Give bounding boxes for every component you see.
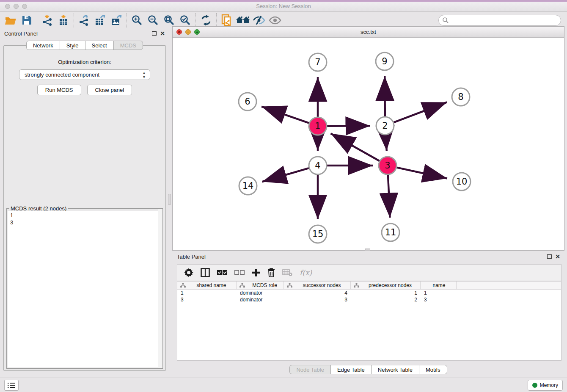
graph-node-1[interactable]: 1	[309, 117, 327, 135]
toggle-columns-button[interactable]	[201, 267, 210, 278]
zoom-out-button[interactable]	[145, 13, 161, 28]
table-row[interactable]: 3dominator323	[177, 296, 561, 303]
function-builder-button[interactable]: f(x)	[300, 267, 312, 278]
gear-icon	[184, 268, 193, 277]
table-cell[interactable]: dominator	[237, 296, 284, 303]
show-all-button[interactable]	[267, 13, 283, 28]
table-cell[interactable]: 2	[351, 296, 421, 303]
float-panel-icon[interactable]	[152, 31, 157, 36]
edge-3-1[interactable]	[330, 133, 379, 161]
zoom-selected-button[interactable]	[177, 13, 193, 28]
result-scrollbar[interactable]	[158, 209, 162, 368]
graph-node-11[interactable]: 11	[382, 224, 399, 241]
column-header-shared-name[interactable]: shared name	[177, 282, 237, 289]
zoom-fit-button[interactable]	[161, 13, 177, 28]
add-column-button[interactable]	[252, 267, 260, 278]
table-row[interactable]: 1dominator411	[177, 290, 561, 296]
column-header-MCDS-role[interactable]: MCDS role	[237, 282, 284, 289]
delete-columns-button[interactable]	[282, 267, 292, 278]
canvas-splitter-handle[interactable]	[365, 248, 370, 251]
delete-rows-button[interactable]	[267, 267, 275, 278]
graph-node-4[interactable]: 4	[309, 157, 327, 174]
column-label: shared name	[188, 282, 234, 288]
tab-network-table[interactable]: Network Table	[371, 365, 419, 374]
duplicate-network-button[interactable]	[219, 13, 235, 28]
refresh-icon	[200, 14, 212, 26]
zoom-in-button[interactable]	[129, 13, 145, 28]
export-table-button[interactable]	[92, 13, 108, 28]
sort-tree-icon	[287, 283, 292, 288]
float-table-panel-icon[interactable]	[547, 254, 552, 259]
save-session-button[interactable]	[19, 13, 35, 28]
memory-button[interactable]: Memory	[528, 380, 563, 391]
import-table-button[interactable]	[55, 13, 72, 28]
optimization-criterion-select[interactable]: strongly connected component ▲▼	[19, 69, 150, 80]
column-header-predecessor-nodes[interactable]: predecessor nodes	[351, 282, 421, 289]
node-label: 4	[315, 160, 320, 171]
close-panel-button[interactable]: Close panel	[87, 85, 132, 95]
column-header-name[interactable]: name	[421, 282, 457, 289]
graph-node-2[interactable]: 2	[376, 117, 394, 135]
edge-1-6[interactable]	[261, 107, 309, 123]
search-input[interactable]	[438, 15, 561, 26]
edge-3-11[interactable]	[388, 175, 390, 218]
mcds-result-list[interactable]: 13	[8, 211, 162, 367]
tab-style[interactable]: Style	[60, 41, 85, 50]
edge-2-9[interactable]	[385, 76, 385, 116]
edge-1-2[interactable]	[327, 126, 370, 126]
graph-node-8[interactable]: 8	[452, 88, 470, 106]
graph-node-7[interactable]: 7	[309, 53, 327, 71]
tab-edge-table[interactable]: Edge Table	[330, 365, 372, 374]
table-cell[interactable]: 3	[284, 296, 351, 303]
network-window-titlebar[interactable]: ✕ − ＋ scc.txt	[173, 27, 564, 38]
table-cell[interactable]: 1	[351, 290, 421, 296]
table-settings-button[interactable]	[184, 267, 193, 278]
tab-mcds[interactable]: MCDS	[113, 41, 143, 50]
edge-4-14[interactable]	[262, 168, 309, 182]
toolbar-separator	[37, 13, 37, 28]
table-cell[interactable]: 1	[177, 290, 237, 296]
edge-3-10[interactable]	[396, 168, 447, 179]
export-network-button[interactable]	[76, 13, 92, 28]
table-cell[interactable]: 1	[421, 290, 457, 296]
tab-motifs[interactable]: Motifs	[419, 365, 447, 374]
tab-network[interactable]: Network	[26, 41, 60, 50]
run-mcds-button[interactable]: Run MCDS	[37, 85, 81, 95]
graph-node-14[interactable]: 14	[239, 177, 257, 195]
tab-node-table[interactable]: Node Table	[289, 365, 331, 374]
export-image-button[interactable]	[108, 13, 124, 28]
panel-splitter-handle[interactable]	[168, 194, 171, 205]
edge-2-8[interactable]	[394, 102, 447, 122]
table-cell[interactable]: dominator	[237, 290, 284, 296]
close-table-panel-icon[interactable]: ✕	[555, 254, 560, 259]
graph-node-15[interactable]: 15	[309, 225, 327, 243]
open-session-button[interactable]	[3, 13, 19, 28]
duplicate-network-icon	[221, 14, 233, 27]
graph-node-3[interactable]: 3	[379, 157, 396, 174]
zoom-in-icon	[131, 14, 143, 26]
select-all-rows-button[interactable]	[217, 267, 227, 278]
import-network-button[interactable]	[39, 13, 55, 28]
network-canvas[interactable]: 7968124314101511	[173, 38, 564, 250]
table-cell[interactable]: 4	[284, 290, 351, 296]
table-tabs: Node TableEdge TableNetwork TableMotifs	[172, 365, 564, 374]
task-history-button[interactable]	[4, 380, 19, 391]
table-cell[interactable]: 3	[421, 296, 457, 303]
tab-select[interactable]: Select	[85, 41, 114, 50]
graph-node-9[interactable]: 9	[376, 52, 394, 70]
table-cell[interactable]: 3	[177, 296, 237, 303]
close-panel-icon[interactable]: ✕	[160, 31, 165, 36]
status-bar: Memory	[0, 378, 567, 392]
deselect-all-rows-button[interactable]	[234, 267, 245, 278]
graph-node-10[interactable]: 10	[453, 173, 471, 190]
result-line: 1	[10, 212, 159, 219]
refresh-layout-button[interactable]	[198, 13, 214, 28]
graph-node-6[interactable]: 6	[239, 93, 256, 110]
hide-selected-button[interactable]	[251, 13, 267, 28]
result-line: 3	[10, 219, 159, 226]
node-label: 7	[315, 57, 320, 67]
first-neighbors-button[interactable]	[235, 13, 251, 28]
edge-2-3[interactable]	[385, 135, 386, 151]
delete-table-icon	[282, 269, 292, 276]
column-header-successor-nodes[interactable]: successor nodes	[284, 282, 351, 289]
